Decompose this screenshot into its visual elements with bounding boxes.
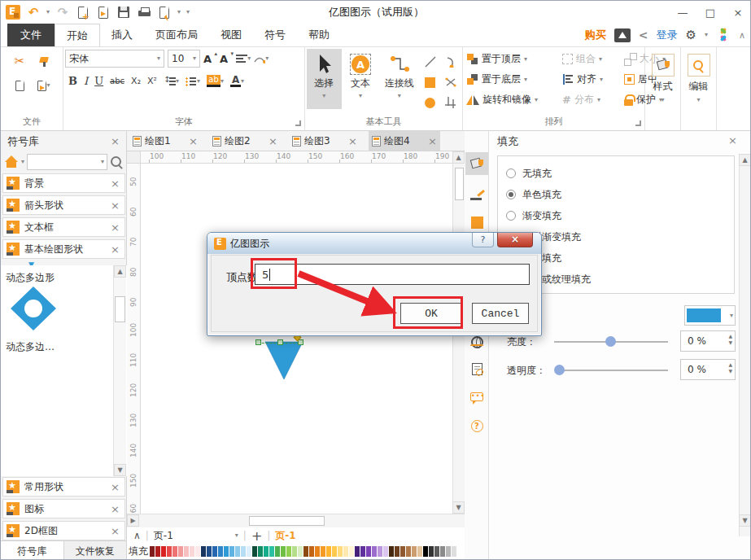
palette-swatch[interactable] [224,546,229,557]
send-to-back-button[interactable]: 置于底层▾ [466,72,562,86]
library-section-2[interactable]: 文本框× [2,217,125,237]
bold-button[interactable]: B [68,76,77,86]
palette-swatch[interactable] [355,546,360,557]
palette-swatch[interactable] [332,546,337,557]
strikethrough-button[interactable]: abc [110,77,124,85]
fill-tool-icon[interactable] [465,152,488,175]
copy-icon[interactable] [9,75,30,96]
add-page-button[interactable]: + [251,528,262,544]
palette-swatch[interactable] [275,546,280,557]
doc-tab-close-icon[interactable]: × [269,135,277,147]
settings-gear-icon[interactable]: ⚙ [685,28,696,42]
connector-tool-button[interactable]: 连接线▾ [379,49,419,109]
opacity-spin-up-icon[interactable]: ▲ [728,361,732,368]
page-name[interactable]: 页-1 [154,529,173,543]
canvas-vscroll-thumb[interactable] [455,168,464,200]
palette-swatch[interactable] [150,546,155,557]
rotate-mirror-button[interactable]: 旋转和镜像▾ [466,93,562,107]
print-icon[interactable] [137,4,151,20]
text-tool-button[interactable]: A 文本▾ [343,49,378,109]
gallery-scroll-down-icon[interactable]: ▼ [114,464,126,476]
line-style-icon[interactable] [465,183,488,206]
palette-swatch[interactable] [269,546,274,557]
opacity-slider-thumb[interactable] [554,365,565,375]
attachment-note-icon[interactable] [465,357,488,380]
select-tool-button[interactable]: 选择▾ [307,49,342,109]
palette-swatch[interactable] [417,546,422,557]
palette-swatch[interactable] [395,546,400,557]
grow-font-button[interactable]: A▴ [203,54,212,64]
palette-swatch[interactable] [446,546,451,557]
palette-swatch[interactable] [235,546,240,557]
palette-swatch[interactable] [429,546,434,557]
library-section-3[interactable]: 基本绘图形状× [2,239,125,259]
underline-button[interactable]: U [94,76,103,86]
line-tool-icon[interactable] [421,52,440,72]
library-section-close-icon[interactable]: × [111,481,120,493]
library-section-1[interactable]: 箭头形状× [2,195,125,215]
palette-swatch[interactable] [349,546,354,557]
palette-swatch[interactable] [378,546,382,557]
selection-handle[interactable] [277,339,283,345]
gallery-scroll-up-icon[interactable]: ▲ [114,265,126,278]
palette-swatch[interactable] [172,546,177,557]
tab-view[interactable]: 视图 [209,24,253,46]
palette-swatch[interactable] [372,546,377,557]
buy-link[interactable]: 购买 [585,28,606,42]
palette-swatch[interactable] [161,546,166,557]
palette-swatch[interactable] [389,546,394,557]
menu-file[interactable]: 文件 [7,24,55,46]
new-document-icon[interactable] [76,4,90,20]
line-spacing-button[interactable]: ▾ [164,77,179,86]
maximize-button[interactable]: □ [696,2,724,22]
edit-button[interactable]: 编辑▾ [681,47,717,130]
palette-swatch[interactable] [184,546,189,557]
fill-panel-scrollbar[interactable]: ▲ ▼ [739,154,751,536]
opacity-slider[interactable] [558,370,668,371]
palette-swatch[interactable] [434,546,439,557]
cut-icon[interactable]: ✂ [9,50,30,72]
palette-swatch[interactable] [201,546,206,557]
fill-option-0[interactable]: 无填充 [506,163,734,184]
palette-swatch[interactable] [309,546,314,557]
settings-caret-icon[interactable]: ▾ [705,32,708,38]
palette-swatch[interactable] [167,546,172,557]
export-caret-icon[interactable]: ▾ [177,9,181,15]
fill-panel-close-icon[interactable]: × [728,134,737,147]
library-section-bottom-1[interactable]: 图标× [2,499,125,518]
arc-text-button[interactable]: ▾ [254,54,269,63]
library-section-close-icon[interactable]: × [111,243,120,256]
fill-color-select[interactable]: ▾ [684,305,736,326]
cancel-button[interactable]: Cancel [472,303,529,324]
cross-tool-icon[interactable] [441,72,461,92]
canvas-scroll-right-icon[interactable]: ▶ [127,514,139,527]
canvas-star-shape[interactable] [261,339,310,383]
minimize-button[interactable]: — [669,2,696,22]
redo-icon[interactable]: ↷ [55,4,70,20]
fill-scroll-up-icon[interactable]: ▲ [739,154,751,166]
doc-tab-close-icon[interactable]: × [348,135,357,147]
home-caret-icon[interactable]: ▾ [21,159,24,165]
bullets-button[interactable]: ▾ [186,77,200,86]
arrange-dialog-launcher-icon[interactable] [635,120,641,126]
rectangle-tool-icon[interactable] [421,72,440,92]
fill-scroll-down-icon[interactable]: ▼ [739,514,751,527]
brightness-value-box[interactable]: 0 % ▲▼ [680,330,736,352]
doc-tab-close-icon[interactable]: × [428,135,437,147]
fill-option-radio[interactable] [506,168,516,178]
palette-swatch[interactable] [212,546,217,557]
palette-swatch[interactable] [281,546,286,557]
brightness-spin-down-icon[interactable]: ▼ [728,339,732,346]
gallery-scroll-thumb[interactable] [115,296,125,322]
active-page-tab[interactable]: 页-1 [275,529,295,543]
doc-tab-4[interactable]: 绘图4× [369,131,440,151]
help-icon[interactable]: ? [465,414,488,437]
palette-swatch[interactable] [326,546,331,557]
palette-swatch[interactable] [292,546,297,557]
format-painter-icon[interactable] [33,50,55,72]
italic-button[interactable]: I [84,76,88,86]
palette-swatch[interactable] [241,546,246,557]
quick-color-icon[interactable] [465,211,488,234]
footer-tab-recovery[interactable]: 文件恢复 [64,541,128,560]
dynamic-polygon-shape[interactable] [7,285,59,332]
